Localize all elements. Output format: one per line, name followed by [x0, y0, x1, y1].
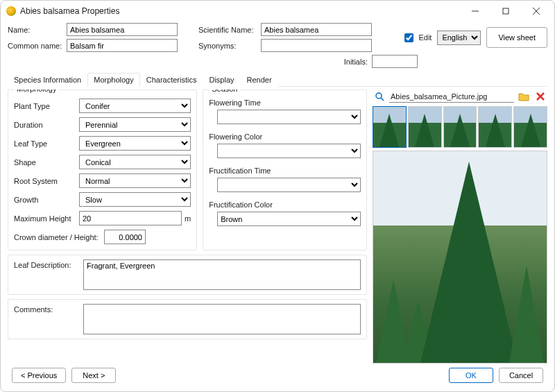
previous-button[interactable]: < Previous	[12, 368, 66, 383]
scientific-name-label: Scientific Name:	[198, 26, 261, 34]
comments-textarea[interactable]	[83, 304, 361, 334]
name-input[interactable]	[67, 23, 178, 36]
leaf-description-label: Leaf Description:	[14, 259, 83, 290]
edit-label: Edit	[418, 33, 432, 42]
leaf-description-textarea[interactable]: Fragrant, Evergreen	[83, 259, 361, 290]
svg-line-5	[381, 98, 384, 101]
tabs: Species Information Morphology Character…	[8, 72, 547, 87]
main-picture	[373, 151, 547, 364]
edit-checkbox-input[interactable]	[404, 33, 413, 42]
tab-morphology[interactable]: Morphology	[87, 73, 139, 87]
ok-button[interactable]: OK	[449, 368, 493, 383]
picture-file-row: Abies_balsamea_Picture.jpg	[373, 90, 547, 103]
leaf-type-select[interactable]: Evergreen	[79, 136, 191, 151]
common-name-label: Common name:	[8, 42, 67, 50]
tab-display[interactable]: Display	[203, 73, 240, 87]
shape-select[interactable]: Conical	[79, 155, 191, 169]
max-height-label: Maximum Height	[14, 214, 79, 223]
duration-label: Duration	[14, 121, 79, 129]
flowering-time-select[interactable]	[217, 110, 361, 124]
flowering-color-select[interactable]	[217, 144, 361, 158]
morphology-legend: Morphology	[14, 90, 59, 93]
leaf-description-group: Leaf Description: Fragrant, Evergreen	[8, 255, 367, 295]
next-button[interactable]: Next >	[71, 368, 116, 383]
picture-filename[interactable]: Abies_balsamea_Picture.jpg	[389, 91, 514, 103]
tab-render[interactable]: Render	[241, 73, 278, 87]
root-system-label: Root System	[14, 177, 79, 185]
fructification-color-label: Fructification Color	[209, 201, 292, 209]
crown-ratio-input[interactable]	[104, 230, 146, 244]
season-group: Season Flowering Time Flowering Color Fr…	[203, 90, 367, 250]
delete-picture-button[interactable]	[533, 90, 547, 103]
fructification-color-select[interactable]: Brown	[217, 212, 361, 226]
properties-dialog: Abies balsamea Properties Name: Scientif…	[0, 0, 555, 392]
plant-type-select[interactable]: Conifer	[79, 99, 191, 113]
common-name-input[interactable]	[67, 39, 178, 52]
plant-type-label: Plant Type	[14, 102, 79, 110]
content: Name: Scientific Name: Edit English View…	[1, 22, 554, 391]
thumbnail[interactable]	[443, 106, 477, 148]
name-label: Name:	[8, 26, 67, 34]
header-form: Name: Scientific Name: Edit English View…	[8, 23, 547, 52]
tab-species-information[interactable]: Species Information	[8, 73, 87, 87]
shape-label: Shape	[14, 158, 79, 167]
svg-point-4	[376, 93, 382, 99]
max-height-input[interactable]	[79, 211, 182, 225]
synonyms-input[interactable]	[261, 39, 372, 52]
thumbnail[interactable]	[373, 106, 407, 148]
crown-ratio-label: Crown diameter / Height:	[14, 233, 104, 241]
picture-pane: Abies_balsamea_Picture.jpg	[373, 90, 547, 364]
leaf-type-label: Leaf Type	[14, 139, 79, 148]
initials-input[interactable]	[372, 55, 418, 68]
initials-label: Initials:	[261, 58, 372, 66]
scientific-name-input[interactable]	[261, 23, 372, 36]
flowering-time-label: Flowering Time	[209, 99, 292, 107]
main: Morphology Plant TypeConifer DurationPer…	[8, 90, 547, 364]
flowering-color-label: Flowering Color	[209, 133, 292, 141]
titlebar: Abies balsamea Properties	[1, 1, 554, 22]
duration-select[interactable]: Perennial	[79, 117, 191, 132]
language-select[interactable]: English	[437, 31, 481, 45]
comments-group: Comments:	[8, 299, 367, 339]
tab-characteristics[interactable]: Characteristics	[140, 73, 203, 87]
maximize-button[interactable]	[490, 1, 521, 21]
thumbnail[interactable]	[408, 106, 442, 148]
edit-checkbox[interactable]: Edit	[402, 31, 432, 44]
window-title: Abies balsamea Properties	[20, 6, 460, 16]
svg-rect-1	[503, 8, 509, 14]
synonyms-label: Synonyms:	[198, 42, 261, 50]
app-icon	[6, 6, 16, 16]
view-sheet-button[interactable]: View sheet	[486, 27, 547, 48]
close-button[interactable]	[521, 1, 552, 21]
season-legend: Season	[209, 90, 240, 93]
cancel-button[interactable]: Cancel	[499, 368, 543, 383]
thumbnail[interactable]	[478, 106, 512, 148]
comments-label: Comments:	[14, 304, 83, 334]
fructification-time-label: Fructification Time	[209, 167, 292, 175]
minimize-button[interactable]	[460, 1, 490, 21]
max-height-unit: m	[185, 214, 191, 223]
thumbnail-strip	[373, 106, 547, 148]
root-system-select[interactable]: Normal	[79, 173, 191, 188]
thumbnail[interactable]	[513, 106, 547, 148]
growth-label: Growth	[14, 196, 79, 204]
browse-folder-button[interactable]	[517, 90, 531, 103]
fructification-time-select[interactable]	[217, 178, 361, 192]
footer: < Previous Next > OK Cancel	[8, 364, 547, 387]
morphology-group: Morphology Plant TypeConifer DurationPer…	[8, 90, 197, 250]
magnify-icon[interactable]	[373, 90, 386, 103]
growth-select[interactable]: Slow	[79, 192, 191, 207]
initials-row: Initials:	[8, 55, 547, 68]
left-pane: Morphology Plant TypeConifer DurationPer…	[8, 90, 367, 364]
